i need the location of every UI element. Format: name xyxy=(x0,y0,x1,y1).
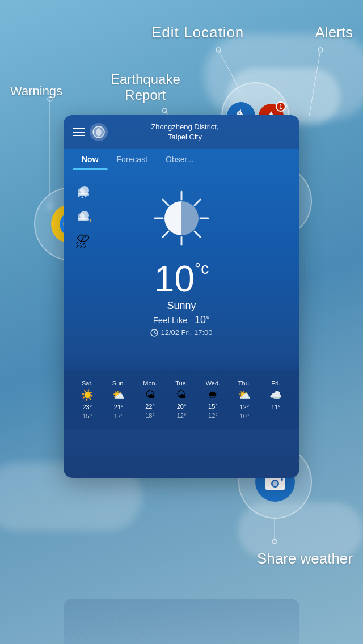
svg-point-27 xyxy=(78,196,80,197)
horizon-arc xyxy=(64,348,299,371)
side-icon-2: ! xyxy=(73,206,93,227)
svg-line-38 xyxy=(163,200,168,205)
svg-point-9 xyxy=(318,48,323,52)
svg-point-7 xyxy=(216,48,221,52)
app-logo xyxy=(90,123,108,141)
temperature-value: 10 xyxy=(154,261,195,297)
warnings-label: Warnings xyxy=(10,84,62,99)
location-line1: Zhongzheng District, xyxy=(151,122,218,132)
forecast-day-fri: Fri. ☁️ 11° — xyxy=(261,380,290,420)
weather-tabs: Now Forecast Obser... xyxy=(64,149,299,170)
side-icon-1 xyxy=(73,181,93,202)
svg-point-29 xyxy=(85,196,87,197)
weather-main-content: ! ⛈ xyxy=(64,170,299,348)
svg-point-4 xyxy=(162,108,167,113)
temperature-unit: °c xyxy=(195,261,209,277)
sun-weather-icon xyxy=(150,187,213,249)
weather-description: Sunny xyxy=(167,300,196,312)
forecast-day-thu: Thu. ⛅ 12° 10° xyxy=(230,380,259,420)
earthquake-report-label: EarthquakeReport xyxy=(111,71,180,103)
side-weather-icons: ! ⛈ xyxy=(73,181,93,252)
forecast-grid: Sat. ☀️ 23° 15° Sun. ⛅ 21° 17° Mon. 🌤 22… xyxy=(73,380,290,420)
share-weather-label: Share weather xyxy=(257,550,353,567)
alert-count-badge: 1 xyxy=(276,101,286,112)
svg-point-11 xyxy=(272,539,277,544)
feel-like-text: Feel Like 10° xyxy=(153,314,210,326)
menu-button[interactable] xyxy=(73,128,85,136)
forecast-day-mon: Mon. 🌤 22° 18° xyxy=(136,380,164,420)
svg-line-40 xyxy=(195,200,200,205)
forecast-day-tue: Tue. 🌤 20° 12° xyxy=(167,380,196,420)
forecast-day-sun: Sun. ⛅ 21° 17° xyxy=(104,380,133,420)
tab-observations[interactable]: Obser... xyxy=(157,149,202,170)
forecast-day-sat: Sat. ☀️ 23° 15° xyxy=(73,380,102,420)
location-header: Zhongzheng District, Taipei City xyxy=(151,122,218,142)
svg-line-44 xyxy=(154,333,156,334)
svg-line-39 xyxy=(195,231,200,237)
svg-line-8 xyxy=(309,50,320,116)
edit-location-label: Edit Location xyxy=(151,24,244,41)
forecast-section: Sat. ☀️ 23° 15° Sun. ⛅ 21° 17° Mon. 🌤 22… xyxy=(64,371,299,429)
svg-line-41 xyxy=(163,231,168,237)
svg-point-1 xyxy=(48,97,52,101)
tab-now[interactable]: Now xyxy=(73,149,108,170)
datetime-display: 12/02 Fri. 17:00 xyxy=(150,328,212,337)
svg-rect-32 xyxy=(78,218,89,221)
app-header: Zhongzheng District, Taipei City xyxy=(64,115,299,149)
alerts-label: Alerts xyxy=(315,24,353,41)
svg-point-20 xyxy=(273,481,278,486)
temperature-display: 10 °c xyxy=(154,255,209,300)
forecast-day-wed: Wed. 🌧 15° 12° xyxy=(199,380,227,420)
svg-point-28 xyxy=(82,197,83,198)
svg-point-22 xyxy=(281,478,283,481)
side-icon-3: ⛈ xyxy=(73,231,93,252)
header-left xyxy=(73,123,108,141)
location-line2: Taipei City xyxy=(151,132,218,142)
weather-app-card: Zhongzheng District, Taipei City Now For… xyxy=(64,115,299,478)
app-card-reflection xyxy=(64,599,299,644)
svg-text:!: ! xyxy=(90,218,91,224)
tab-forecast[interactable]: Forecast xyxy=(108,149,157,170)
